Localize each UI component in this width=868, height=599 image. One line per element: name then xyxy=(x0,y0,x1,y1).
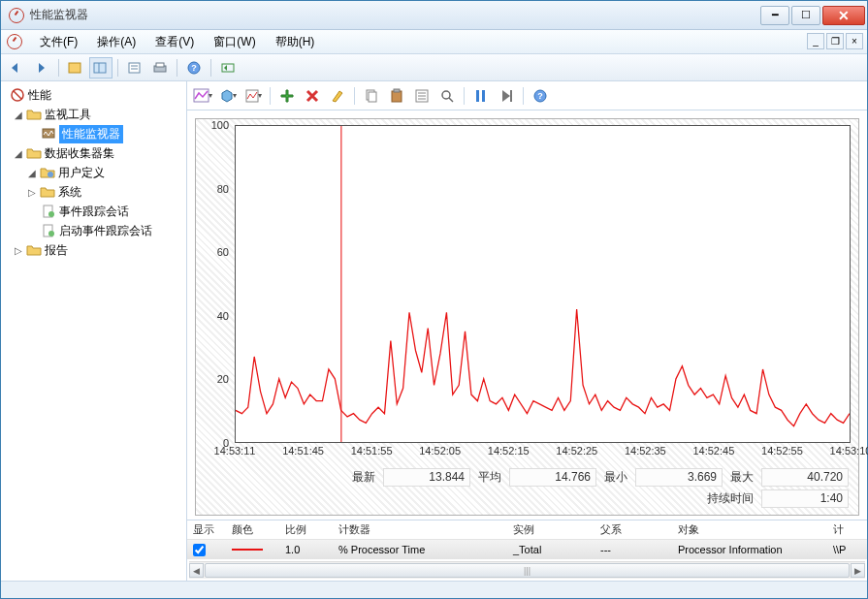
svg-rect-10 xyxy=(222,64,234,72)
zoom-button[interactable] xyxy=(435,85,459,107)
tree-label: 报告 xyxy=(45,242,68,259)
toolbar-pane-button[interactable] xyxy=(89,57,113,79)
tree-reports[interactable]: ▷ 报告 xyxy=(3,240,184,260)
copy-button[interactable] xyxy=(360,85,383,107)
view-type-button[interactable]: ▾ xyxy=(191,85,214,107)
menu-view[interactable]: 查看(V) xyxy=(145,32,204,52)
tree-monitor-tools[interactable]: ◢ 监视工具 xyxy=(3,105,184,124)
stat-latest-value: 13.844 xyxy=(383,468,470,487)
stat-duration-value: 1:40 xyxy=(761,489,849,508)
svg-line-12 xyxy=(14,91,21,99)
svg-point-14 xyxy=(48,172,53,177)
svg-point-18 xyxy=(48,231,54,236)
expand-icon[interactable]: ▷ xyxy=(26,187,37,198)
monitor-icon xyxy=(41,127,56,141)
collapse-icon[interactable]: ◢ xyxy=(26,168,37,178)
tree-label: 系统 xyxy=(58,184,81,201)
chart-3d-button[interactable]: ▾ xyxy=(216,85,240,107)
window-title: 性能监视器 xyxy=(30,7,760,23)
back-button[interactable] xyxy=(5,57,28,79)
tree-system[interactable]: ▷ 系统 xyxy=(3,182,184,202)
col-object[interactable]: 对象 xyxy=(672,522,827,537)
scroll-right-button[interactable]: ▶ xyxy=(851,563,865,578)
main-pane: ▾ ▾ ▾ ? 0204 xyxy=(187,81,867,581)
minimize-button[interactable]: ━ xyxy=(760,6,789,25)
tree-startup-trace[interactable]: 启动事件跟踪会话 xyxy=(3,221,184,240)
maximize-button[interactable]: ☐ xyxy=(791,6,820,25)
menubar: 文件(F) 操作(A) 查看(V) 窗口(W) 帮助(H) _ ❐ × xyxy=(1,30,867,54)
mdi-minimize-button[interactable]: _ xyxy=(807,33,824,49)
y-axis: 020406080100 xyxy=(196,119,235,445)
menu-action[interactable]: 操作(A) xyxy=(87,32,145,52)
nav-tree[interactable]: 性能 ◢ 监视工具 性能监视器 ◢ 数据收集器集 ◢ 用户定义 xyxy=(1,81,187,581)
help-button[interactable]: ? xyxy=(182,57,206,79)
mdi-close-button[interactable]: × xyxy=(846,33,863,49)
menu-window[interactable]: 窗口(W) xyxy=(204,32,265,52)
tree-perfmon[interactable]: 性能监视器 xyxy=(3,124,184,143)
scroll-left-button[interactable]: ◀ xyxy=(189,563,204,578)
menu-help[interactable]: 帮助(H) xyxy=(266,32,325,52)
stats-panel: 最新 13.844 平均 14.766 最小 3.669 最大 40.720 持… xyxy=(196,464,858,515)
counter-row[interactable]: 1.0 % Processor Time _Total --- Processo… xyxy=(187,540,867,559)
tree-collector-sets[interactable]: ◢ 数据收集器集 xyxy=(3,143,184,163)
toolbar: ? xyxy=(1,54,867,81)
stat-max-label: 最大 xyxy=(726,468,757,487)
scroll-thumb[interactable]: ||| xyxy=(205,563,850,578)
col-scale[interactable]: 比例 xyxy=(279,522,333,537)
show-hide-tree-button[interactable] xyxy=(64,57,87,79)
folder-user-icon xyxy=(40,166,55,179)
collapse-icon[interactable]: ◢ xyxy=(13,110,23,120)
svg-rect-0 xyxy=(69,63,80,73)
counter-object: Processor Information xyxy=(672,544,827,555)
col-parent[interactable]: 父系 xyxy=(595,522,672,537)
stat-avg-value: 14.766 xyxy=(509,468,596,487)
print-button[interactable] xyxy=(148,57,172,79)
stat-max-value: 40.720 xyxy=(761,468,849,487)
highlight-button[interactable] xyxy=(326,85,349,107)
col-instance[interactable]: 实例 xyxy=(507,522,595,537)
expand-icon[interactable]: ▷ xyxy=(13,245,23,256)
toolbar-misc-button[interactable] xyxy=(216,57,240,79)
add-counter-button[interactable] xyxy=(275,85,299,107)
counter-instance: _Total xyxy=(507,544,595,555)
chart-style-button[interactable]: ▾ xyxy=(241,85,265,107)
forward-button[interactable] xyxy=(30,57,53,79)
stat-min-label: 最小 xyxy=(600,468,631,487)
update-button[interactable] xyxy=(495,85,518,107)
svg-rect-23 xyxy=(392,91,402,102)
collapse-icon[interactable]: ◢ xyxy=(13,148,23,159)
menu-file[interactable]: 文件(F) xyxy=(30,32,87,52)
tree-root-performance[interactable]: 性能 xyxy=(3,85,184,105)
tree-label: 事件跟踪会话 xyxy=(59,204,129,220)
plot[interactable] xyxy=(235,125,851,443)
stat-min-value: 3.669 xyxy=(635,468,723,487)
doc-icon xyxy=(41,205,56,218)
tree-event-trace[interactable]: 事件跟踪会话 xyxy=(3,202,184,221)
counter-header[interactable]: 显示 颜色 比例 计数器 实例 父系 对象 计 xyxy=(187,520,867,540)
col-counter[interactable]: 计数器 xyxy=(333,522,507,537)
col-computer[interactable]: 计 xyxy=(827,522,867,537)
svg-rect-3 xyxy=(129,63,140,73)
counter-show-checkbox[interactable] xyxy=(193,544,206,556)
counter-scale: 1.0 xyxy=(279,544,333,555)
mdi-restore-button[interactable]: ❐ xyxy=(826,33,844,49)
svg-rect-1 xyxy=(94,63,106,73)
tree-user-defined[interactable]: ◢ 用户定义 xyxy=(3,163,184,182)
properties-button[interactable] xyxy=(123,57,146,79)
svg-rect-7 xyxy=(156,63,164,67)
chart-help-button[interactable]: ? xyxy=(529,85,552,107)
freeze-button[interactable] xyxy=(469,85,493,107)
folder-icon xyxy=(40,185,55,199)
properties-button-2[interactable] xyxy=(410,85,434,107)
delete-counter-button[interactable] xyxy=(301,85,324,107)
plot-svg xyxy=(236,126,850,442)
col-show[interactable]: 显示 xyxy=(187,522,226,537)
close-button[interactable]: ✕ xyxy=(822,6,865,25)
no-entry-icon xyxy=(10,88,25,102)
titlebar[interactable]: 性能监视器 ━ ☐ ✕ xyxy=(1,1,867,30)
col-color[interactable]: 颜色 xyxy=(226,522,279,537)
svg-rect-33 xyxy=(510,90,512,102)
h-scrollbar[interactable]: ◀ ||| ▶ xyxy=(189,561,865,579)
svg-point-29 xyxy=(442,91,450,99)
paste-button[interactable] xyxy=(385,85,408,107)
